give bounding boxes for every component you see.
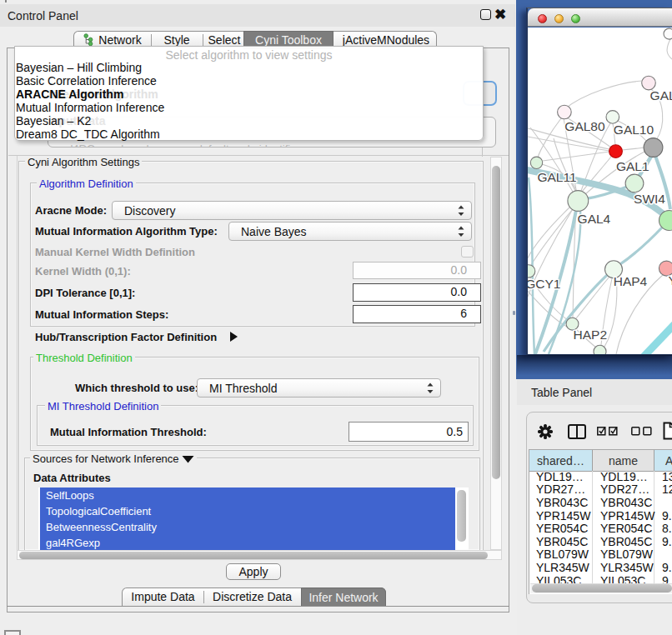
svg-text:HAP2: HAP2: [574, 328, 608, 342]
svg-text:GAL7: GAL7: [650, 88, 672, 102]
svg-text:GAL80: GAL80: [564, 119, 605, 133]
svg-text:GAL10: GAL10: [614, 122, 654, 137]
svg-text:GAL11: GAL11: [537, 170, 576, 184]
svg-text:Y: Y: [669, 273, 672, 288]
svg-text:GCY1: GCY1: [528, 277, 561, 291]
svg-text:GAL4: GAL4: [578, 212, 611, 226]
svg-text:SWI4: SWI4: [634, 192, 665, 206]
svg-text:HAP4: HAP4: [614, 274, 648, 288]
svg-text:GAL1: GAL1: [616, 159, 649, 173]
